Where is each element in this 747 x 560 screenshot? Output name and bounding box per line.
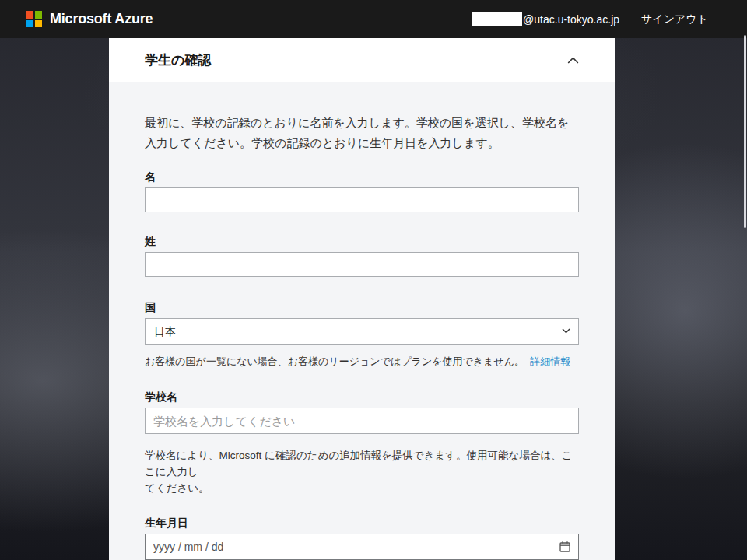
- student-verification-card: 学生の確認 最初に、学校の記録のとおりに名前を入力します。学校の国を選択し、学校…: [109, 38, 615, 560]
- first-name-label: 名: [145, 170, 579, 183]
- scrollbar-thumb[interactable]: [744, 35, 746, 228]
- school-name-field: 学校名 学校名により、Microsoft に確認のための追加情報を提供できます。…: [145, 390, 579, 496]
- last-name-field: 姓: [145, 235, 579, 277]
- top-bar: Microsoft Azure @utac.u-tokyo.ac.jp サインア…: [0, 0, 747, 38]
- brand-title: Microsoft Azure: [50, 11, 153, 27]
- last-name-label: 姓: [145, 235, 579, 247]
- school-name-input[interactable]: [145, 408, 579, 434]
- birthdate-input-wrap: [145, 534, 579, 560]
- birthdate-label: 生年月日: [145, 516, 579, 529]
- learn-more-link[interactable]: 詳細情報: [530, 355, 570, 367]
- card-body: 最初に、学校の記録のとおりに名前を入力します。学校の国を選択し、学校名を 入力し…: [109, 82, 615, 560]
- email-redaction: [472, 12, 522, 26]
- azure-brand[interactable]: Microsoft Azure: [26, 11, 153, 27]
- country-label: 国: [145, 301, 579, 313]
- country-select-wrap: 日本: [145, 318, 579, 345]
- intro-text: 最初に、学校の記録のとおりに名前を入力します。学校の国を選択し、学校名を 入力し…: [145, 113, 579, 153]
- first-name-input[interactable]: [145, 187, 579, 212]
- country-helper-text: お客様の国が一覧にない場合、お客様のリージョンではプランを使用できません。: [145, 355, 524, 367]
- chevron-up-icon: [567, 57, 579, 64]
- birthdate-input[interactable]: [145, 534, 579, 560]
- collapse-section-button[interactable]: [564, 54, 582, 67]
- country-select[interactable]: 日本: [145, 318, 579, 345]
- email-domain: @utac.u-tokyo.ac.jp: [523, 13, 619, 26]
- microsoft-logo-icon: [26, 11, 42, 27]
- topbar-right: @utac.u-tokyo.ac.jp サインアウト: [472, 12, 708, 26]
- birthdate-field: 生年月日: [145, 516, 579, 560]
- page-title: 学生の確認: [145, 51, 211, 69]
- last-name-input[interactable]: [145, 252, 579, 277]
- school-name-label: 学校名: [145, 390, 579, 403]
- card-header: 学生の確認: [109, 38, 615, 82]
- first-name-field: 名: [145, 170, 579, 212]
- account-email[interactable]: @utac.u-tokyo.ac.jp: [472, 12, 619, 26]
- country-field: 国 日本 お客様の国が一覧にない場合、お客様のリージョンではプランを使用できませ…: [145, 301, 579, 368]
- country-helper: お客様の国が一覧にない場合、お客様のリージョンではプランを使用できません。 詳細…: [145, 355, 579, 368]
- signout-button[interactable]: サインアウト: [641, 12, 708, 26]
- school-helper-text: 学校名により、Microsoft に確認のための追加情報を提供できます。使用可能…: [145, 447, 579, 496]
